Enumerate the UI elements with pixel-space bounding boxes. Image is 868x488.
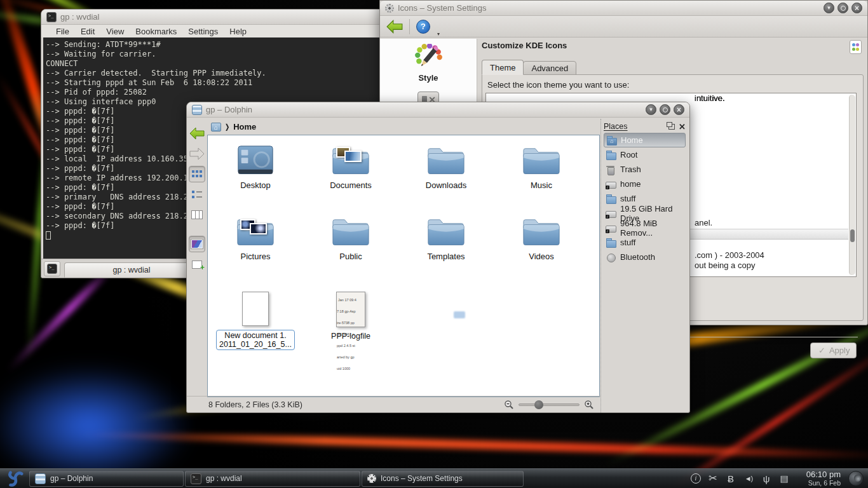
- folder-item[interactable]: Videos: [494, 210, 589, 281]
- task-label: Icons – System Settings: [381, 474, 463, 483]
- folder-item[interactable]: Templates: [398, 210, 494, 281]
- back-icon[interactable]: [386, 20, 403, 34]
- icons-view-button[interactable]: [189, 166, 205, 182]
- folder-item[interactable]: Public: [303, 210, 398, 281]
- folder-thumbnail: [250, 223, 267, 234]
- place-icon: [606, 223, 616, 233]
- maximize-button[interactable]: [660, 104, 670, 115]
- file-item[interactable]: Jan 17 09:4 7:18 gp-Asp ire-5738 pp pd[1…: [303, 285, 398, 356]
- theme-description-line: .com ) - 2003-2004: [695, 250, 764, 260]
- home-icon[interactable]: ⌂: [211, 123, 221, 132]
- close-button[interactable]: [851, 3, 862, 13]
- minimize-button[interactable]: [824, 3, 834, 13]
- folder-icon: [236, 215, 275, 247]
- sidebar-item-label: Style: [418, 73, 438, 83]
- tab[interactable]: Theme: [482, 60, 524, 75]
- file-item[interactable]: New document 1.2011_01_20_16_5...: [208, 285, 303, 356]
- maximize-button[interactable]: [837, 3, 848, 13]
- scrollbar[interactable]: [849, 95, 855, 275]
- tray-icon[interactable]: [761, 473, 772, 484]
- clock[interactable]: 06:10 pm Sun, 6 Feb: [800, 470, 841, 487]
- split-view-button[interactable]: [189, 256, 205, 273]
- file-manager-icon: [192, 105, 202, 115]
- details-view-icon: [192, 191, 202, 199]
- settings-window-title: Icons – System Settings: [398, 3, 820, 13]
- theme-list-row[interactable]: intuitive.: [695, 93, 725, 103]
- taskbar-task[interactable]: gp – Dolphin: [29, 471, 184, 487]
- place-label: Bluetooth: [620, 252, 655, 262]
- folder-item[interactable]: Downloads: [398, 139, 494, 210]
- folder-name: Pictures: [241, 252, 271, 261]
- tab[interactable]: Advanced: [523, 61, 576, 75]
- menu-item[interactable]: View: [100, 27, 130, 36]
- menu-item[interactable]: Bookmarks: [130, 27, 182, 36]
- places-panel: Places ✕ Home Root: [600, 119, 688, 412]
- zoom-in-icon[interactable]: [584, 400, 594, 410]
- split-icon: [192, 261, 202, 269]
- taskbar-task[interactable]: gp : wvdial: [185, 471, 360, 487]
- new-tab-button[interactable]: [44, 261, 60, 276]
- scrollbar-thumb[interactable]: [850, 229, 855, 242]
- folder-view[interactable]: Desktop: [207, 135, 600, 397]
- folder-item[interactable]: Music: [494, 139, 589, 210]
- zoom-out-icon[interactable]: [504, 400, 514, 410]
- style-icon: [414, 44, 443, 71]
- menu-item[interactable]: Edit: [75, 27, 100, 36]
- panel-toolbox-icon[interactable]: [848, 471, 864, 486]
- place-label: home: [620, 179, 641, 189]
- taskbar-task[interactable]: Icons – System Settings: [362, 471, 524, 487]
- clock-date: Sun, 6 Feb: [800, 479, 841, 487]
- tray-icon[interactable]: [691, 473, 701, 484]
- menu-item[interactable]: Help: [224, 27, 252, 36]
- place-label: Home: [621, 135, 643, 145]
- minimize-button[interactable]: [646, 104, 656, 115]
- help-icon[interactable]: ?: [416, 20, 430, 34]
- preview-button[interactable]: [189, 236, 205, 252]
- tray-icon[interactable]: [778, 473, 790, 484]
- place-label: stuff: [620, 194, 635, 203]
- place-icon: [606, 208, 616, 219]
- close-panel-icon[interactable]: ✕: [679, 123, 686, 131]
- place-icon: [606, 252, 616, 262]
- menu-item[interactable]: File: [50, 27, 75, 36]
- folder-item[interactable]: Pictures: [208, 210, 303, 281]
- tray-icon[interactable]: [743, 473, 754, 484]
- details-view-button[interactable]: [189, 186, 205, 203]
- folder-name: Downloads: [426, 180, 466, 190]
- folder-item[interactable]: Desktop: [208, 139, 303, 210]
- page-title: Customize KDE Icons: [482, 41, 567, 50]
- forward-button[interactable]: [189, 146, 205, 162]
- app-launcher-button[interactable]: [2, 470, 29, 488]
- places-item[interactable]: Bluetooth: [604, 250, 686, 264]
- theme-list-row[interactable]: anel.: [695, 218, 712, 227]
- place-icon: [606, 179, 616, 189]
- tray-icon[interactable]: [707, 473, 719, 484]
- columns-view-button[interactable]: [189, 207, 205, 223]
- preview-icon: [191, 240, 203, 248]
- places-item[interactable]: Root: [604, 147, 686, 162]
- menu-item[interactable]: Settings: [182, 27, 224, 36]
- cursor-drag-artifact: [454, 311, 465, 318]
- dolphin-titlebar[interactable]: gp – Dolphin: [187, 102, 689, 118]
- settings-toolbar: ? ▾: [380, 16, 867, 37]
- task-icon: [367, 474, 376, 483]
- file-name: New document 1.2011_01_20_16_5...: [216, 330, 295, 350]
- back-button[interactable]: [189, 125, 205, 142]
- tray-icon[interactable]: [725, 473, 736, 484]
- chevron-down-icon[interactable]: ▾: [437, 31, 440, 37]
- places-item[interactable]: 964.8 MiB Remov...: [604, 220, 686, 235]
- close-button[interactable]: [674, 104, 684, 115]
- folder-icon: [426, 215, 466, 247]
- float-panel-icon[interactable]: [668, 124, 675, 130]
- places-item[interactable]: Home: [604, 133, 686, 147]
- places-item[interactable]: Trash: [604, 162, 686, 177]
- settings-titlebar[interactable]: Icons – System Settings: [380, 1, 867, 16]
- breadcrumb-home[interactable]: Home: [233, 122, 256, 132]
- zoom-slider-handle[interactable]: [534, 400, 543, 409]
- konsole-tab[interactable]: gp : wvdial: [64, 262, 199, 278]
- sidebar-item-style[interactable]: Style: [380, 39, 477, 83]
- folder-item[interactable]: Documents: [303, 139, 398, 210]
- places-item[interactable]: home: [604, 177, 686, 191]
- apply-button[interactable]: ✓Apply: [810, 342, 857, 358]
- zoom-slider-track[interactable]: [519, 403, 580, 406]
